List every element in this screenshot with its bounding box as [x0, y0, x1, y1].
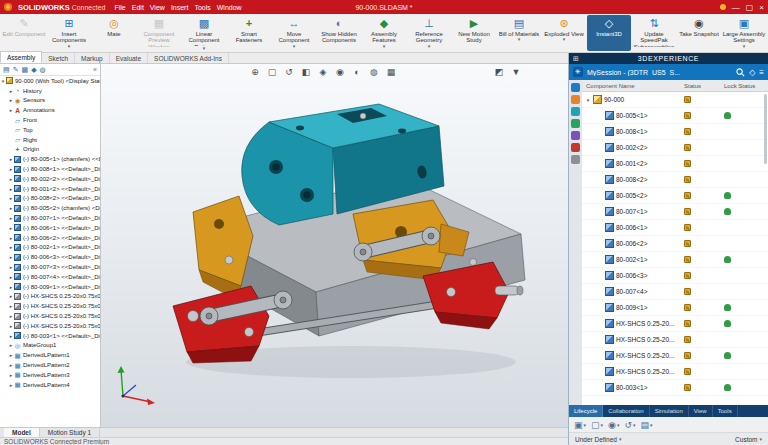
ribbon-button[interactable]: Insert Components ▾: [47, 15, 91, 51]
tree-item[interactable]: Front: [0, 115, 100, 125]
close-icon[interactable]: ×: [759, 3, 764, 12]
tree-item[interactable]: ▸ (-) HX-SHCS 0.25-20x0.75x0.75-N: [0, 311, 100, 321]
table-row[interactable]: 80-006<1>: [582, 220, 768, 236]
tag-icon[interactable]: ◇: [749, 68, 755, 77]
update-button[interactable]: ↺ ▾: [624, 420, 635, 430]
ribbon-button[interactable]: Edit Component: [2, 15, 46, 51]
tree-item[interactable]: ▸ (-) 80-002<1> <<Default>_Displ: [0, 243, 100, 253]
tree-item[interactable]: ▸ (-) 80-003<1> <<Default>_Displ: [0, 331, 100, 341]
tree-item[interactable]: ▸ (-) 80-007<3> <<Default>_Displ: [0, 262, 100, 272]
menu-item[interactable]: Window: [214, 4, 245, 11]
ribbon-button[interactable]: Take Snapshot: [677, 15, 721, 51]
tree-item[interactable]: ▸ (-) 80-006<1> <<Default>_Displ: [0, 223, 100, 233]
tree-item[interactable]: Origin: [0, 145, 100, 155]
notification-icon[interactable]: [720, 4, 726, 10]
compass-icon[interactable]: [571, 83, 580, 92]
scrollbar[interactable]: [764, 94, 767, 164]
apps-grid-icon[interactable]: ⊞: [573, 55, 579, 63]
tree-item[interactable]: ▸ (-) 80-008<2> <<Default>_Displ: [0, 194, 100, 204]
tree-item[interactable]: ▸ (-) 80-001<2> <<Default>_Displ: [0, 184, 100, 194]
collaboration-icon[interactable]: [571, 119, 580, 128]
tree-item[interactable]: Right: [0, 135, 100, 145]
table-row[interactable]: HX-SHCS 0.25-20...: [582, 332, 768, 348]
view-settings-icon[interactable]: ▼: [510, 67, 522, 77]
minimize-icon[interactable]: —: [732, 3, 740, 12]
column-lock-status[interactable]: Lock Status: [724, 83, 768, 89]
dimxpertmanager-tab-icon[interactable]: ◆: [31, 66, 36, 74]
compass-icon[interactable]: ✳: [573, 67, 583, 77]
table-row[interactable]: 80-006<2>: [582, 236, 768, 252]
tree-item[interactable]: ▸ (-) HX-SHCS 0.25-20x0.75x0.75-N: [0, 301, 100, 311]
table-row[interactable]: 80-008<1>: [582, 124, 768, 140]
tree-item[interactable]: ▸ (-) 80-002<2> <<Default>_Displ: [0, 174, 100, 184]
tree-item[interactable]: ▸ (-) 80-007<1> <<Default>_Displ: [0, 213, 100, 223]
search-icon[interactable]: [736, 68, 745, 77]
command-tab[interactable]: Evaluate: [110, 53, 148, 63]
tree-item[interactable]: Top: [0, 125, 100, 135]
open-button[interactable]: ▢ ▾: [591, 420, 603, 430]
previous-view-icon[interactable]: ↺: [283, 67, 295, 77]
more-tools-button[interactable]: ▤ ▾: [641, 420, 653, 430]
table-row[interactable]: 80-001<2>: [582, 156, 768, 172]
ribbon-button[interactable]: Show Hidden Components: [317, 15, 361, 51]
menu-icon[interactable]: ≡: [759, 68, 764, 77]
ribbon-button[interactable]: Mate: [92, 15, 136, 51]
table-row[interactable]: HX-SHCS 0.25-20...: [582, 316, 768, 332]
tree-item[interactable]: ▸ (-) 80-007<4> <<Default>_Displ: [0, 272, 100, 282]
table-row[interactable]: HX-SHCS 0.25-20...: [582, 348, 768, 364]
panel-tab[interactable]: View: [689, 405, 713, 417]
table-row[interactable]: 80-002<2>: [582, 140, 768, 156]
apps-icon[interactable]: [571, 155, 580, 164]
tree-item[interactable]: ▸ DerivedLPattern1: [0, 350, 100, 360]
tree-item[interactable]: ▸ History: [0, 86, 100, 96]
scene-icon[interactable]: ▦: [385, 67, 397, 77]
panel-tab[interactable]: Collaboration: [603, 405, 649, 417]
tree-item[interactable]: ▸ DerivedLPattern3: [0, 370, 100, 380]
ribbon-button[interactable]: Linear Component Pattern ▾: [182, 15, 226, 51]
ribbon-button[interactable]: Smart Fasteners: [227, 15, 271, 51]
display-style-icon[interactable]: ◉: [334, 67, 346, 77]
tree-item[interactable]: ▸ (-) 80-006<3> <<Default>_Displ: [0, 252, 100, 262]
maximize-icon[interactable]: ▢: [746, 3, 754, 12]
column-component-name[interactable]: Component Name: [582, 83, 684, 89]
tree-item[interactable]: ▸ (-) HX-SHCS 0.25-20x0.75x0.75-N: [0, 292, 100, 302]
collapse-pane-icon[interactable]: «: [93, 66, 97, 73]
tree-item[interactable]: ▸ (-) 80-005<2> (chamfers) <Defa: [0, 203, 100, 213]
menu-item[interactable]: View: [147, 4, 168, 11]
configurationmanager-tab-icon[interactable]: ▩: [22, 66, 29, 74]
table-row[interactable]: 80-008<2>: [582, 172, 768, 188]
isolate-icon[interactable]: ◩: [493, 67, 505, 77]
table-row[interactable]: HX-SHCS 0.25-20...: [582, 364, 768, 380]
menu-item[interactable]: Edit: [129, 4, 147, 11]
menu-item[interactable]: File: [111, 4, 128, 11]
appearance-icon[interactable]: ◍: [368, 67, 380, 77]
tree-item[interactable]: ▸ (-) 80-005<1> (chamfers) <<Defa: [0, 154, 100, 164]
bookmarks-icon[interactable]: [571, 95, 580, 104]
ownership-dropdown[interactable]: Custom: [735, 436, 757, 443]
tree-item[interactable]: ▸ DerivedLPattern2: [0, 360, 100, 370]
panel-tab[interactable]: Simulation: [650, 405, 689, 417]
lock-button[interactable]: ◉ ▾: [608, 420, 619, 430]
panel-tab[interactable]: Lifecycle: [569, 405, 603, 417]
featuremanager-tab-icon[interactable]: ▤: [3, 66, 10, 74]
menu-item[interactable]: Tools: [191, 4, 213, 11]
tree-item[interactable]: ▸ (-) HX-SHCS 0.25-20x0.75x0.75-N: [0, 321, 100, 331]
model-tab[interactable]: Motion Study 1: [40, 428, 100, 437]
expander-icon[interactable]: ▾: [585, 97, 591, 103]
table-row[interactable]: 80-005<1>: [582, 108, 768, 124]
table-row[interactable]: 80-009<1>: [582, 300, 768, 316]
view-orientation-icon[interactable]: ◈: [317, 67, 329, 77]
explore-with-button[interactable]: ▣ ▾: [574, 420, 586, 430]
tree-item[interactable]: ▸ DerivedLPattern4: [0, 380, 100, 390]
command-tab[interactable]: SOLIDWORKS Add-Ins: [148, 53, 229, 63]
command-tab[interactable]: Sketch: [42, 53, 75, 63]
ribbon-button[interactable]: Assembly Features ▾: [362, 15, 406, 51]
content-icon[interactable]: [571, 131, 580, 140]
table-row[interactable]: ▾ 90-000: [582, 92, 768, 108]
graphics-area[interactable]: ⊕▢↺◧◈◉◐◍▦ ◩▼: [101, 64, 568, 427]
tree-item[interactable]: ▸ Annotations: [0, 105, 100, 115]
ribbon-button[interactable]: Reference Geometry ▾: [407, 15, 451, 51]
tree-item[interactable]: ▾ 90-000 (With Tool) <Display State-5>: [0, 76, 100, 86]
table-row[interactable]: 80-002<1>: [582, 252, 768, 268]
assembly-model[interactable]: [101, 64, 568, 427]
